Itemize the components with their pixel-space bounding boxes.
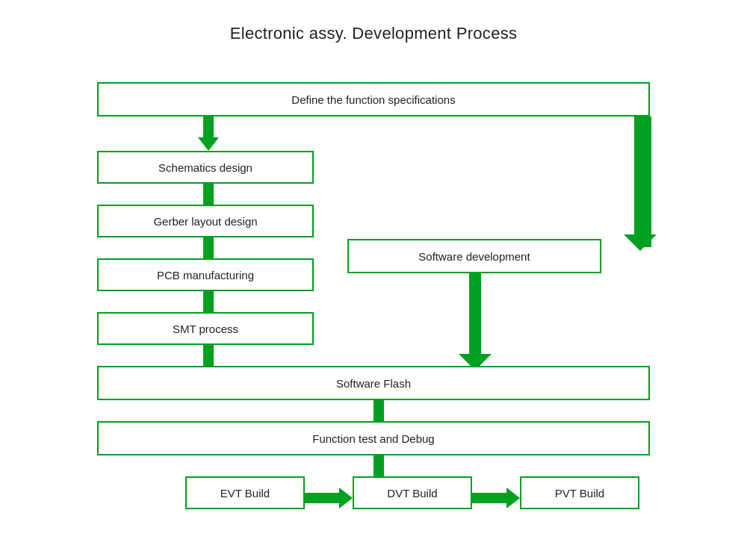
- box-define: Define the function specifications: [97, 82, 650, 116]
- box-pvt: PVT Build: [520, 476, 639, 509]
- arrow-right-vertical-shaft: [634, 116, 646, 236]
- box-dvt: DVT Build: [353, 476, 472, 509]
- box-evt: EVT Build: [185, 476, 305, 509]
- arrow-software-dev-to-flash-shaft: [469, 273, 481, 355]
- box-smt: SMT process: [97, 312, 314, 345]
- box-function-test: Function test and Debug: [97, 421, 650, 455]
- box-software-dev: Software development: [347, 239, 601, 273]
- arrow-evt-to-dvt: [305, 488, 353, 508]
- box-software-flash: Software Flash: [97, 366, 650, 400]
- arrow-dvt-to-pvt: [472, 488, 520, 508]
- page: Electronic assy. Development Process Def…: [0, 0, 747, 560]
- box-schematics: Schematics design: [97, 151, 314, 184]
- arrow-right-vertical-head: [624, 234, 657, 251]
- page-title: Electronic assy. Development Process: [0, 0, 747, 58]
- arrow-define-to-schematics: [198, 116, 219, 151]
- box-pcb: PCB manufacturing: [97, 258, 314, 291]
- box-gerber: Gerber layout design: [97, 205, 314, 237]
